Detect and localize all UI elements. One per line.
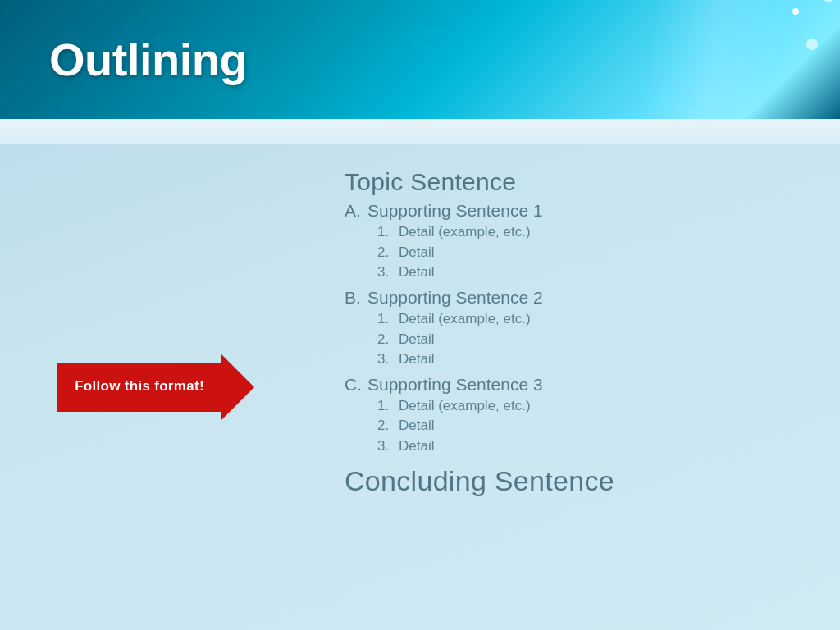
header-banner: Outlining xyxy=(0,0,840,119)
supporting-letter-1: A. xyxy=(345,201,363,221)
arrow-body: Follow this format! xyxy=(57,363,221,412)
arrow-label: Follow this format! xyxy=(75,378,204,395)
detail-item-3-3: 3. Detail xyxy=(377,436,614,457)
detail-item-3-2: 2. Detail xyxy=(377,416,614,436)
content-area: Follow this format! Topic Sentence A. Su… xyxy=(0,144,840,630)
supporting-text-2: Supporting Sentence 2 xyxy=(368,288,543,308)
detail-item-1-2: 2. Detail xyxy=(377,243,614,263)
topic-sentence: Topic Sentence xyxy=(345,168,614,196)
supporting-letter-3: C. xyxy=(345,375,363,395)
detail-item-1-1: 1. Detail (example, etc.) xyxy=(377,222,614,243)
outline-content: Topic Sentence A. Supporting Sentence 1 … xyxy=(345,160,614,497)
supporting-label-2: B. Supporting Sentence 2 xyxy=(345,288,614,308)
supporting-list: A. Supporting Sentence 1 1. Detail (exam… xyxy=(345,201,614,457)
detail-item-2-3: 3. Detail xyxy=(377,349,614,370)
separator xyxy=(0,119,840,144)
supporting-letter-2: B. xyxy=(345,288,363,308)
detail-list-1: 1. Detail (example, etc.) 2. Detail 3. D… xyxy=(377,222,614,283)
detail-item-2-2: 2. Detail xyxy=(377,330,614,350)
supporting-text-3: Supporting Sentence 3 xyxy=(368,375,543,395)
detail-list-2: 1. Detail (example, etc.) 2. Detail 3. D… xyxy=(377,309,614,370)
supporting-text-1: Supporting Sentence 1 xyxy=(368,201,543,221)
detail-list-3: 1. Detail (example, etc.) 2. Detail 3. D… xyxy=(377,396,614,457)
slide-title: Outlining xyxy=(49,33,247,86)
detail-item-3-1: 1. Detail (example, etc.) xyxy=(377,396,614,417)
arrow-shape: Follow this format! xyxy=(41,354,238,420)
supporting-item-2: B. Supporting Sentence 2 1. Detail (exam… xyxy=(345,288,614,370)
concluding-sentence: Concluding Sentence xyxy=(345,465,614,497)
supporting-item-1: A. Supporting Sentence 1 1. Detail (exam… xyxy=(345,201,614,283)
slide: Outlining Follow this format! Topic Sent… xyxy=(0,0,840,630)
supporting-label-1: A. Supporting Sentence 1 xyxy=(345,201,614,221)
arrow-container: Follow this format! xyxy=(41,354,238,420)
supporting-item-3: C. Supporting Sentence 3 1. Detail (exam… xyxy=(345,375,614,457)
supporting-label-3: C. Supporting Sentence 3 xyxy=(345,375,614,395)
detail-item-2-1: 1. Detail (example, etc.) xyxy=(377,309,614,330)
detail-item-1-3: 3. Detail xyxy=(377,262,614,283)
